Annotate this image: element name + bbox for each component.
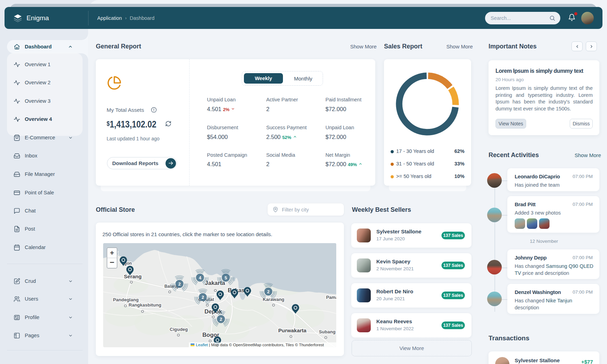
svg-text:+: +	[110, 249, 114, 257]
svg-text:Leaflet | Map data © OpenStree: Leaflet | Map data © OpenStreetMap contr…	[196, 343, 324, 347]
svg-text:5: 5	[224, 275, 227, 280]
svg-text:2: 2	[201, 295, 204, 300]
svg-text:−: −	[110, 258, 114, 267]
svg-text:2: 2	[220, 317, 222, 322]
svg-text:Purwakarta: Purwakarta	[278, 327, 307, 333]
svg-text:Serang: Serang	[124, 273, 142, 279]
svg-text:2: 2	[178, 281, 180, 287]
svg-text:4: 4	[199, 275, 201, 280]
svg-text:Rangkasbitung: Rangkasbitung	[129, 302, 161, 308]
svg-text:Cigudeg: Cigudeg	[170, 327, 188, 332]
svg-text:Pandeglang: Pandeglang	[113, 297, 139, 302]
svg-text:Subang: Subang	[319, 329, 336, 334]
svg-text:Pama: Pama	[326, 295, 336, 300]
svg-text:2: 2	[267, 289, 269, 294]
